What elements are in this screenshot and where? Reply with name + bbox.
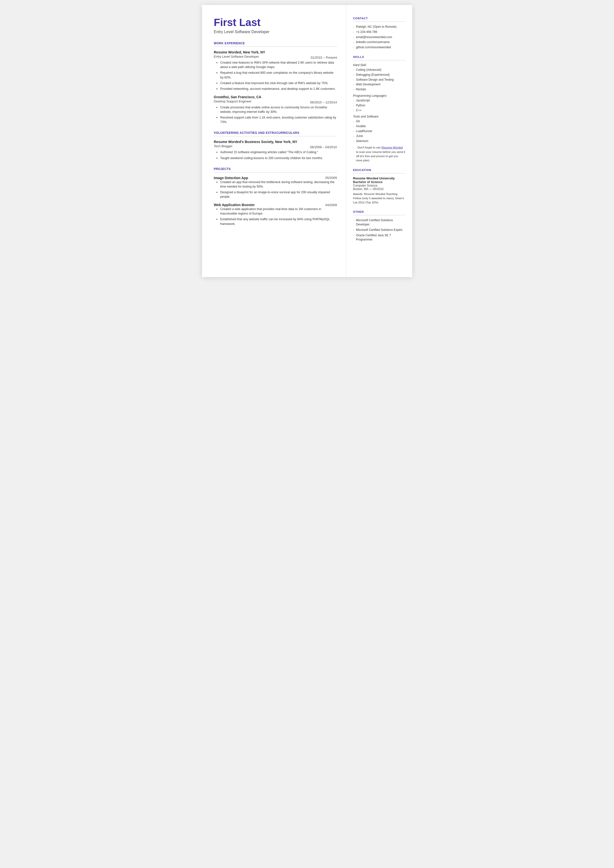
volunteer-block-1: Resume Worded's Business Society, New Yo… <box>214 140 337 160</box>
skills-divider <box>353 60 405 61</box>
list-item: Ansible <box>353 124 405 129</box>
project-block-2: Web Application Booster 04/2009 Created … <box>214 203 337 226</box>
list-item: Rentals <box>353 87 405 92</box>
other-heading: OTHER <box>353 210 405 213</box>
contact-list: Raleigh, NC (Open to Remote) +1-234-456-… <box>353 25 405 50</box>
volunteer-title-row-1: Tech Blogger 06/2009 – 04/2010 <box>214 144 337 150</box>
work-experience-heading: WORK EXPERIENCE <box>214 42 337 45</box>
job-block-2: Growthsi, San Francisco, CA Desktop Supp… <box>214 95 337 124</box>
edu-date: Boston, MA — 05/2010 <box>353 187 405 191</box>
list-item: C++ <box>353 109 405 113</box>
edu-field: Computer Science <box>353 184 405 187</box>
job-bullets-1: Created new features to RW's SPA network… <box>214 61 337 91</box>
hard-skills-list: Coding (Advanced) Debugging (Experienced… <box>353 68 405 92</box>
list-item: Raleigh, NC (Open to Remote) <box>353 25 405 29</box>
list-item: Git <box>353 119 405 123</box>
volunteer-header-1: Resume Worded's Business Society, New Yo… <box>214 140 337 144</box>
list-item: Create processes that enable online acce… <box>216 105 337 114</box>
list-item: Created an app that removed the bottlene… <box>216 180 337 189</box>
list-item: Selenium <box>353 139 405 143</box>
skills-heading: SKILLS <box>353 56 405 58</box>
volunteer-bullets-1: Authored 15 software engineering article… <box>214 150 337 160</box>
edu-awards: Awards: Resume Worded Teaching Fellow (o… <box>353 192 405 204</box>
list-item: Debugging (Experienced) <box>353 73 405 77</box>
volunteer-title-1: Tech Blogger <box>214 144 233 148</box>
programming-list: JavaScript Python C++ <box>353 98 405 112</box>
list-item: Authored 15 software engineering article… <box>216 150 337 154</box>
list-item: Python <box>353 103 405 108</box>
job-title-row-1: Entry Level Software Developer 01/2015 –… <box>214 55 337 61</box>
name: First Last <box>214 17 337 28</box>
list-item: github.com/resumeworded <box>353 45 405 50</box>
list-item: Created new features to RW's SPA network… <box>216 61 337 69</box>
list-item: Microsoft Certified Solutions Developer. <box>353 218 405 227</box>
volunteer-date-1: 06/2009 – 04/2010 <box>310 145 337 149</box>
volunteer-company-1: Resume Worded's Business Society, New Yo… <box>214 140 298 144</box>
projects-divider <box>214 172 337 172</box>
list-item: Oracle Certified Java SE 7 Programmer. <box>353 233 405 242</box>
work-divider <box>214 47 337 47</box>
subtitle: Entry Level Software Developer <box>214 30 337 34</box>
list-item: Repaired a bug that reduced 800 user com… <box>216 70 337 79</box>
list-item: Microsoft Certified Solutions Expert. <box>353 228 405 232</box>
list-item: +1-234-456-789 <box>353 30 405 34</box>
job-date-2: 06/2010 – 12/2014 <box>310 101 337 104</box>
list-item: Taught weekend coding lessons to 200 com… <box>216 156 337 160</box>
project-header-1: Image Detection App 05/2009 <box>214 176 337 180</box>
edu-school: Resume Worded University <box>353 176 405 180</box>
tools-label: Tools and Software: <box>353 115 405 118</box>
job-title-row-2: Desktop Support Engineer 06/2010 – 12/20… <box>214 99 337 105</box>
list-item: LoadRunner <box>353 129 405 134</box>
list-item: email@resumeworded.com <box>353 35 405 39</box>
project-date-2: 04/2009 <box>326 203 337 207</box>
volunteering-heading: VOLUNTEERING ACTIVITIES AND EXTRACURRICU… <box>214 131 337 135</box>
left-column: First Last Entry Level Software Develope… <box>202 5 346 277</box>
list-item: Resolved support calls from 1.1K end-use… <box>216 115 337 124</box>
project-date-1: 05/2009 <box>326 176 337 180</box>
project-block-1: Image Detection App 05/2009 Created an a… <box>214 176 337 199</box>
right-column: CONTACT Raleigh, NC (Open to Remote) +1-… <box>346 5 412 277</box>
list-item: Provided networking, account maintenance… <box>216 87 337 91</box>
resume-page: First Last Entry Level Software Develope… <box>202 5 412 277</box>
job-header-2: Growthsi, San Francisco, CA <box>214 95 337 99</box>
tools-list: Git Ansible LoadRunner JUnit Selenium <box>353 119 405 143</box>
education-heading: EDUCATION <box>353 169 405 171</box>
list-item: Coding (Advanced) <box>353 68 405 72</box>
education-divider <box>353 173 405 174</box>
hard-skills-label: Hard Skill: <box>353 63 405 67</box>
project-name-2: Web Application Booster <box>214 203 255 207</box>
list-item: Established that any website traffic can… <box>216 217 337 226</box>
edu-degree: Bachelor of Science <box>353 180 405 184</box>
job-title-2: Desktop Support Engineer <box>214 99 251 103</box>
list-item: Web Development <box>353 82 405 87</box>
list-item: Designed a blueprint for an image-to-voi… <box>216 190 337 199</box>
other-list: Microsoft Certified Solutions Developer.… <box>353 218 405 242</box>
project-name-1: Image Detection App <box>214 176 248 180</box>
resume-worded-link[interactable]: Resume Worded <box>381 146 403 149</box>
job-bullets-2: Create processes that enable online acce… <box>214 105 337 124</box>
contact-divider <box>353 22 405 22</box>
project-bullets-2: Created a web application that provides … <box>214 207 337 226</box>
skills-promo: · Don't forget to use Resume Worded to s… <box>353 146 405 163</box>
job-date-1: 01/2015 – Present <box>310 56 337 59</box>
list-item: Created a feature that improved the clic… <box>216 81 337 85</box>
list-item: JUnit <box>353 134 405 138</box>
list-item: Created a web application that provides … <box>216 207 337 216</box>
project-header-2: Web Application Booster 04/2009 <box>214 203 337 207</box>
job-block-1: Resume Worded, New York, NY Entry Level … <box>214 50 337 91</box>
projects-heading: PROJECTS <box>214 167 337 171</box>
project-bullets-1: Created an app that removed the bottlene… <box>214 180 337 199</box>
job-header-1: Resume Worded, New York, NY <box>214 50 337 54</box>
job-company-1: Resume Worded, New York, NY <box>214 50 265 54</box>
list-item: Software Design and Testing <box>353 78 405 82</box>
contact-heading: CONTACT <box>353 17 405 20</box>
list-item: linkedin.com/in/username <box>353 40 405 44</box>
programming-label: Programming Languages: <box>353 94 405 98</box>
job-title-1: Entry Level Software Developer <box>214 55 259 58</box>
list-item: JavaScript <box>353 98 405 103</box>
job-company-2: Growthsi, San Francisco, CA <box>214 95 261 99</box>
